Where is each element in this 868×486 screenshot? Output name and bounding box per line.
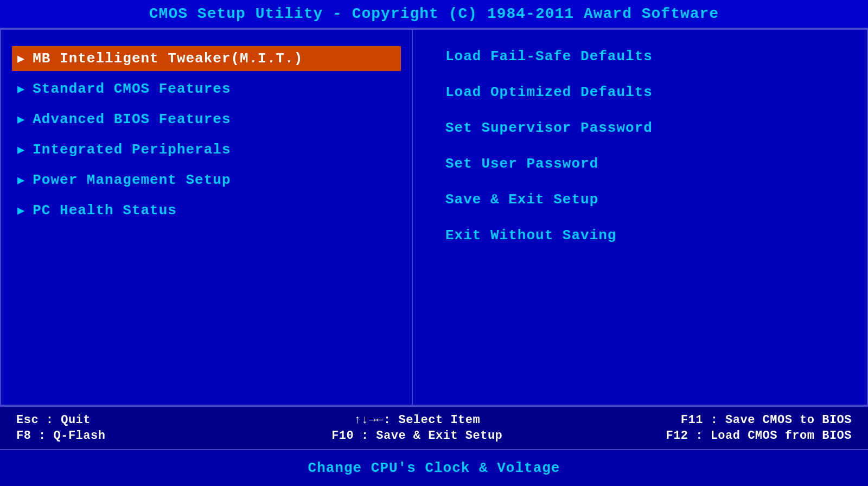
status-middle: ↑↓→←: Select Item F10 : Save & Exit Setu…: [168, 413, 666, 443]
right-menu-item-exitnosave[interactable]: Exit Without Saving: [445, 225, 834, 246]
header-title: CMOS Setup Utility - Copyright (C) 1984-…: [149, 5, 719, 22]
status-f10: F10 : Save & Exit Setup: [168, 429, 666, 443]
left-menu-item-standard[interactable]: ▶Standard CMOS Features: [12, 76, 401, 101]
menu-item-label: Power Management Setup: [33, 172, 231, 188]
right-menu-item-supervisor[interactable]: Set Supervisor Password: [445, 118, 834, 138]
menu-item-label: Standard CMOS Features: [33, 81, 231, 97]
menu-item-label: Integrated Peripherals: [33, 142, 231, 158]
arrow-icon: ▶: [17, 203, 25, 218]
status-f11: F11 : Save CMOS to BIOS: [666, 413, 852, 427]
left-menu-item-integrated[interactable]: ▶Integrated Peripherals: [12, 137, 401, 162]
right-menu-panel: Load Fail-Safe DefaultsLoad Optimized De…: [413, 30, 867, 405]
arrow-icon: ▶: [17, 143, 25, 157]
status-f8: F8 : Q-Flash: [16, 429, 168, 443]
menu-item-label: PC Health Status: [33, 202, 177, 219]
status-left: Esc : Quit F8 : Q-Flash: [16, 413, 168, 443]
status-bar: Esc : Quit F8 : Q-Flash ↑↓→←: Select Ite…: [0, 406, 868, 449]
left-menu-item-advanced[interactable]: ▶Advanced BIOS Features: [12, 107, 401, 132]
arrow-icon: ▶: [17, 112, 25, 127]
status-f12: F12 : Load CMOS from BIOS: [666, 429, 852, 443]
left-menu-item-pchealth[interactable]: ▶PC Health Status: [12, 198, 401, 223]
arrow-icon: ▶: [17, 173, 25, 188]
status-esc: Esc : Quit: [16, 413, 168, 427]
left-menu-item-power[interactable]: ▶Power Management Setup: [12, 168, 401, 193]
right-menu-item-optimized[interactable]: Load Optimized Defaults: [445, 82, 834, 103]
right-menu-item-savexit[interactable]: Save & Exit Setup: [445, 189, 834, 210]
right-menu-item-userpass[interactable]: Set User Password: [445, 154, 834, 174]
menu-item-label: MB Intelligent Tweaker(M.I.T.): [33, 50, 303, 67]
status-right: F11 : Save CMOS to BIOS F12 : Load CMOS …: [666, 413, 852, 443]
main-content: ▶MB Intelligent Tweaker(M.I.T.)▶Standard…: [0, 29, 868, 406]
status-arrows: ↑↓→←: Select Item: [168, 413, 666, 427]
right-menu-item-failsafe[interactable]: Load Fail-Safe Defaults: [445, 46, 834, 67]
description-text: Change CPU's Clock & Voltage: [308, 460, 560, 476]
description-bar: Change CPU's Clock & Voltage: [0, 449, 868, 486]
menu-item-label: Advanced BIOS Features: [33, 111, 231, 127]
left-menu-panel: ▶MB Intelligent Tweaker(M.I.T.)▶Standard…: [1, 30, 413, 405]
arrow-icon: ▶: [17, 52, 25, 66]
left-menu-item-mit[interactable]: ▶MB Intelligent Tweaker(M.I.T.): [12, 46, 401, 71]
bios-header: CMOS Setup Utility - Copyright (C) 1984-…: [0, 0, 868, 29]
arrow-icon: ▶: [17, 82, 25, 97]
